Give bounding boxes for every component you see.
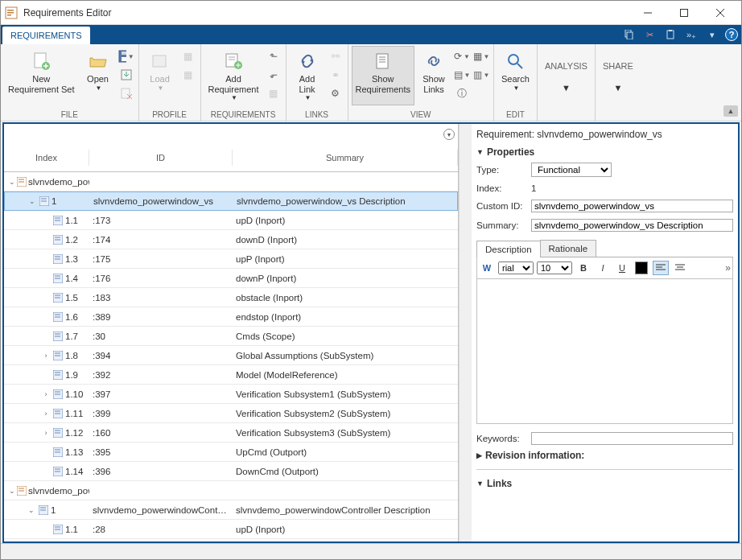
expand-toggle[interactable]: ⌄ [9, 178, 15, 186]
section-properties[interactable]: Properties [476, 145, 733, 159]
save-button[interactable]: ▼ [117, 47, 135, 65]
expand-toggle[interactable]: › [41, 352, 51, 360]
column-header-index[interactable]: Index [4, 150, 89, 166]
font-color-button[interactable] [633, 261, 649, 275]
align-center-button[interactable] [672, 261, 688, 275]
share-dropdown[interactable]: SHARE ▼ [599, 46, 637, 105]
add-link-button[interactable]: Add Link▼ [290, 46, 325, 105]
column-header-summary[interactable]: Summary [233, 150, 458, 166]
customid-input[interactable] [531, 200, 733, 212]
expand-toggle[interactable]: ⌄ [27, 197, 37, 205]
show-requirements-button[interactable]: Show Requirements [352, 46, 414, 105]
tree-body[interactable]: ⌄ slvnvdemo_powerwindow_vs⌄ 1slvnvdemo_p… [4, 172, 458, 541]
row-index: 1.14 [65, 467, 83, 476]
close-button[interactable] [702, 2, 738, 24]
column-header-id[interactable]: ID [89, 150, 233, 166]
table-row[interactable]: › 1.10:397Verification Subsystem1 (SubSy… [4, 385, 458, 404]
row-id: :183 [89, 293, 233, 303]
table-row[interactable]: 1.14:396DownCmd (Outport) [4, 462, 458, 481]
import-button[interactable] [117, 66, 135, 84]
row-id: :28 [89, 525, 233, 534]
expand-toggle[interactable]: › [41, 429, 51, 437]
table-row[interactable]: ⌄ slvnvdemo_powerwindow_vs [4, 172, 458, 191]
copy-icon[interactable] [620, 27, 637, 42]
bold-button[interactable]: B [575, 261, 592, 275]
view-info-button[interactable]: ⓘ [453, 84, 471, 102]
italic-button[interactable]: I [595, 261, 611, 275]
search-button[interactable]: Search▼ [497, 46, 534, 105]
expand-toggle[interactable]: ⌄ [9, 487, 15, 495]
summary-input[interactable] [531, 219, 733, 232]
expand-toggle[interactable]: › [41, 390, 51, 398]
view-bars-button[interactable]: ▥▼ [472, 66, 490, 84]
tree-scrollbar[interactable] [459, 124, 472, 541]
profile-icon [149, 50, 171, 72]
properties-pane: Requirement: slvnvdemo_powerwindow_vs Pr… [472, 124, 738, 541]
font-size-select[interactable]: 10 [537, 261, 572, 274]
table-row[interactable]: 1.6:389endstop (Inport) [4, 307, 458, 327]
font-family-select[interactable]: rial [498, 261, 534, 274]
load-profile-button: Load▼ [142, 46, 178, 105]
minimize-button[interactable] [629, 2, 666, 24]
show-links-button[interactable]: Show Links [416, 46, 451, 105]
align-left-button[interactable] [653, 261, 669, 275]
row-id: :175 [89, 254, 233, 264]
underline-button[interactable]: U [614, 261, 630, 275]
table-row[interactable]: 1.7:30Cmds (Scope) [4, 327, 458, 346]
tabstrip: REQUIREMENTS ✂ »₊ ▾ ? [1, 25, 741, 44]
table-row[interactable]: › 1.12:160Verification Subsystem3 (SubSy… [4, 423, 458, 443]
table-row[interactable]: ⌄ 1slvnvdemo_powerwindow_vsslvnvdemo_pow… [4, 191, 458, 211]
tab-requirements[interactable]: REQUIREMENTS [2, 27, 90, 44]
table-row[interactable]: 1.2:174downD (Inport) [4, 230, 458, 249]
table-row[interactable]: › 1.11:399Verification Subsystem2 (SubSy… [4, 404, 458, 423]
table-row[interactable]: 1.3:175upP (Inport) [4, 249, 458, 269]
row-index: 1.8 [65, 351, 78, 360]
table-row[interactable]: 1.9:392Model (ModelReference) [4, 365, 458, 385]
help-icon[interactable]: ? [725, 28, 738, 41]
table-row[interactable]: › 1.8:394Global Assumptions (SubSystem) [4, 346, 458, 365]
titlebar: Requirements Editor [1, 1, 741, 25]
new-requirement-set-button[interactable]: New Requirement Set [4, 46, 79, 105]
row-summary: Verification Subsystem2 (SubSystem) [233, 409, 458, 418]
table-row[interactable]: ⌄ 1slvnvdemo_powerwindowControllerslvnvd… [4, 500, 458, 520]
word-icon[interactable]: W [479, 261, 495, 275]
paste-icon[interactable] [662, 27, 678, 42]
table-row[interactable]: 1.5:183obstacle (Inport) [4, 288, 458, 307]
row-summary: Model (ModelReference) [233, 370, 458, 380]
statusbar [1, 543, 741, 559]
expand-toggle[interactable]: › [41, 410, 51, 418]
requirement-icon [52, 447, 64, 458]
svg-rect-30 [377, 54, 388, 68]
table-row[interactable]: 1.1:28upD (Inport) [4, 520, 458, 539]
table-row[interactable]: 1.13:395UpCmd (Outport) [4, 443, 458, 462]
expand-toggle[interactable]: ⌄ [27, 506, 36, 514]
analysis-dropdown[interactable]: ANALYSIS ▼ [541, 46, 592, 105]
keywords-input[interactable] [531, 432, 733, 445]
table-row[interactable]: 1.4:176downP (Inport) [4, 269, 458, 288]
table-row[interactable]: 1.1:173upD (Inport) [4, 211, 458, 230]
description-editor[interactable] [476, 279, 733, 424]
maximize-button[interactable] [666, 2, 702, 24]
tab-rationale[interactable]: Rationale [540, 240, 597, 257]
view-grid-button[interactable]: ▦▼ [472, 47, 490, 65]
view-refresh-button[interactable]: ⟳▼ [453, 47, 471, 65]
group-label-links: LINKS [290, 109, 344, 121]
type-select[interactable]: Functional [531, 163, 612, 177]
add-requirement-button[interactable]: Add Requirement▼ [204, 46, 263, 105]
row-index: 1 [52, 196, 56, 206]
quick-access-icon[interactable]: »₊ [683, 27, 699, 42]
view-columns-button[interactable]: ▤▼ [453, 66, 471, 84]
collapse-ribbon-button[interactable]: ▲ [723, 105, 738, 117]
link-settings-button[interactable]: ⚙ [327, 84, 344, 102]
tab-description[interactable]: Description [476, 241, 541, 257]
section-revision[interactable]: Revision information: [476, 448, 733, 463]
dropdown-icon[interactable]: ▾ [704, 27, 720, 42]
open-button[interactable]: Open▼ [80, 46, 116, 105]
toolbar-overflow[interactable]: » [725, 262, 731, 274]
promote-button[interactable]: ⬑ [265, 47, 282, 65]
table-row[interactable]: ⌄ slvnvdemo_powerwindowController [4, 481, 458, 500]
cut-icon[interactable]: ✂ [641, 27, 657, 42]
filter-button[interactable]: ▼ [443, 129, 455, 140]
demote-button[interactable]: ⬐ [265, 66, 282, 84]
section-links[interactable]: Links [476, 476, 733, 491]
